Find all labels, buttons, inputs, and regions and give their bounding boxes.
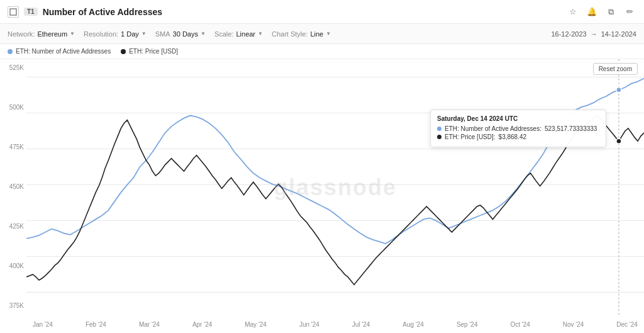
- scale-label: Scale:: [214, 30, 234, 38]
- scale-arrow: ▼: [258, 31, 263, 37]
- chart-svg: [26, 59, 644, 315]
- y-label-375k: 375K: [3, 302, 24, 309]
- bell-icon[interactable]: 🔔: [585, 5, 599, 19]
- x-label-jun: Jun '24: [299, 321, 319, 328]
- tooltip-row-addresses: ETH: Number of Active Addresses: 523,517…: [437, 125, 599, 132]
- legend-row: ETH: Number of Active Addresses ETH: Pri…: [0, 44, 644, 59]
- tooltip-label-addresses: ETH: Number of Active Addresses:: [445, 125, 541, 132]
- tooltip-row-price: ETH: Price [USD]: $3,868.42: [437, 133, 599, 140]
- tooltip-title: Saturday, Dec 14 2024 UTC: [437, 115, 599, 122]
- resolution-arrow: ▼: [142, 31, 147, 37]
- chart-style-value[interactable]: Line: [310, 30, 323, 38]
- resolution-selector[interactable]: Resolution: 1 Day ▼: [84, 30, 147, 38]
- toolbar-right: 16-12-2023 → 14-12-2024: [551, 30, 636, 38]
- star-icon[interactable]: ☆: [566, 5, 580, 19]
- date-range: 16-12-2023 → 14-12-2024: [551, 30, 636, 38]
- legend-item-addresses[interactable]: ETH: Number of Active Addresses: [8, 48, 111, 55]
- y-label-525k: 525K: [3, 64, 24, 71]
- network-selector[interactable]: Network: Ethereum ▼: [8, 30, 75, 38]
- reset-zoom-button[interactable]: Reset zoom: [593, 63, 638, 75]
- x-label-jan: Jan '24: [33, 321, 53, 328]
- scale-value[interactable]: Linear: [236, 30, 255, 38]
- page-title: Number of Active Addresses: [43, 7, 162, 17]
- date-arrow: →: [591, 30, 597, 38]
- y-label-425k: 425K: [3, 223, 24, 230]
- network-arrow: ▼: [70, 31, 75, 37]
- chart-style-selector[interactable]: Chart Style: Line ▼: [272, 30, 331, 38]
- chart-style-arrow: ▼: [326, 31, 331, 37]
- legend-item-price[interactable]: ETH: Price [USD]: [121, 48, 178, 55]
- x-label-may: May '24: [245, 321, 267, 328]
- x-label-apr: Apr '24: [192, 321, 212, 328]
- resolution-label: Resolution:: [84, 30, 118, 38]
- sma-arrow: ▼: [201, 31, 206, 37]
- edit-icon[interactable]: ✏: [623, 5, 636, 19]
- tooltip-dot-price: [616, 138, 621, 144]
- header: T1 Number of Active Addresses ☆ 🔔 ⧉ ✏: [0, 0, 644, 24]
- x-label-jul: Jul '24: [352, 321, 370, 328]
- chart-style-label: Chart Style:: [272, 30, 308, 38]
- chart-container[interactable]: Reset zoom 525K 500K 475K 450K 425K 400K…: [0, 59, 644, 333]
- sma-selector[interactable]: SMA 30 Days ▼: [155, 30, 206, 38]
- tooltip: Saturday, Dec 14 2024 UTC ETH: Number of…: [430, 110, 606, 147]
- tooltip-label-price: ETH: Price [USD]:: [445, 133, 496, 140]
- tier-badge: T1: [24, 8, 38, 16]
- sma-value[interactable]: 30 Days: [173, 30, 198, 38]
- addresses-line: [26, 79, 644, 244]
- x-label-aug: Aug '24: [402, 321, 424, 328]
- scale-selector[interactable]: Scale: Linear ▼: [214, 30, 263, 38]
- copy-icon[interactable]: ⧉: [604, 5, 618, 19]
- sma-label: SMA: [155, 30, 170, 38]
- x-label-oct: Oct '24: [510, 321, 530, 328]
- legend-label-addresses: ETH: Number of Active Addresses: [16, 48, 111, 55]
- legend-dot-addresses: [8, 49, 13, 54]
- tooltip-value-price: $3,868.42: [499, 133, 527, 140]
- x-label-mar: Mar '24: [139, 321, 160, 328]
- resolution-value[interactable]: 1 Day: [121, 30, 139, 38]
- svg-rect-0: [10, 9, 16, 15]
- network-value[interactable]: Ethereum: [37, 30, 67, 38]
- header-right: ☆ 🔔 ⧉ ✏: [566, 5, 636, 19]
- legend-dot-price: [121, 49, 126, 54]
- x-axis: Jan '24 Feb '24 Mar '24 Apr '24 May '24 …: [26, 315, 644, 333]
- y-label-475k: 475K: [3, 144, 24, 150]
- x-label-sep: Sep '24: [457, 321, 478, 328]
- network-label: Network:: [8, 30, 35, 38]
- tooltip-value-addresses: 523,517.73333333: [545, 125, 597, 132]
- expand-icon[interactable]: [8, 6, 19, 18]
- toolbar-left: Network: Ethereum ▼ Resolution: 1 Day ▼ …: [8, 30, 331, 38]
- y-axis: 525K 500K 475K 450K 425K 400K 375K: [0, 59, 26, 314]
- tooltip-dot-color-price: [437, 135, 441, 139]
- tooltip-dot-color-addresses: [437, 127, 441, 131]
- chart-area: glassnode Saturday, Dec 14 2024 UTC ETH:…: [26, 59, 644, 315]
- date-from: 16-12-2023: [551, 30, 586, 38]
- y-label-450k: 450K: [3, 183, 24, 190]
- legend-label-price: ETH: Price [USD]: [129, 48, 178, 55]
- y-label-400k: 400K: [3, 262, 24, 269]
- x-label-feb: Feb '24: [86, 321, 106, 328]
- header-left: T1 Number of Active Addresses: [8, 6, 162, 18]
- date-to: 14-12-2024: [601, 30, 636, 38]
- x-label-dec: Dec '24: [616, 321, 638, 328]
- y-label-500k: 500K: [3, 104, 24, 111]
- tooltip-dot-addresses: [616, 87, 621, 93]
- x-label-nov: Nov '24: [563, 321, 584, 328]
- toolbar: Network: Ethereum ▼ Resolution: 1 Day ▼ …: [0, 24, 644, 44]
